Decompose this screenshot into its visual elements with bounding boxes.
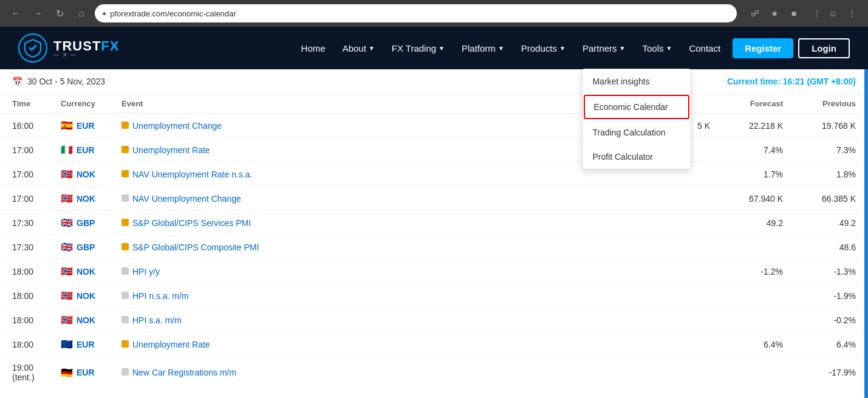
- nav-item-about: About ▼: [335, 38, 382, 58]
- currency-code-1: EUR: [77, 145, 95, 155]
- cell-forecast-4: 49.2: [710, 218, 783, 228]
- th-time: Time: [12, 99, 61, 108]
- flag-0: 🇪🇸: [61, 120, 73, 131]
- nav-link-tools[interactable]: Tools ▼: [635, 38, 680, 58]
- currency-code-4: GBP: [77, 218, 95, 228]
- address-bar[interactable]: ● pforextrade.com/economic-calendar: [95, 4, 737, 22]
- flag-7: 🇳🇴: [61, 290, 73, 301]
- cell-event-0[interactable]: Unemployment Change: [121, 121, 649, 131]
- tools-caret: ▼: [666, 45, 672, 52]
- impact-dot-2: [121, 170, 129, 177]
- currency-code-2: NOK: [77, 170, 95, 179]
- nav-link-partners[interactable]: Partners ▼: [575, 38, 633, 58]
- cell-currency-0: 🇪🇸 EUR: [61, 120, 121, 131]
- cell-currency-8: 🇳🇴 NOK: [61, 314, 121, 326]
- flag-8: 🇳🇴: [61, 314, 73, 326]
- dropdown-item-economic-calendar[interactable]: Economic Calendar: [584, 95, 689, 119]
- cell-forecast-2: 1.7%: [710, 170, 783, 179]
- cell-forecast-3: 67.940 K: [710, 194, 783, 204]
- currency-code-9: EUR: [77, 340, 95, 349]
- login-button[interactable]: Login: [798, 38, 850, 58]
- date-bar: 📅 30 Oct - 5 Nov, 2023 Current time: 16:…: [0, 69, 868, 94]
- back-button[interactable]: ←: [7, 5, 24, 22]
- cell-event-9[interactable]: Unemployment Rate: [121, 340, 649, 349]
- impact-dot-6: [121, 267, 129, 275]
- cell-time-7: 18:00: [12, 291, 61, 301]
- scroll-container[interactable]: 16:00 🇪🇸 EUR Unemployment Change 5 K 22.…: [0, 114, 868, 386]
- cell-currency-4: 🇬🇧 GBP: [61, 217, 121, 228]
- table-row: 18:00 🇳🇴 NOK HPI y/y -1.2% -1.3%: [0, 259, 868, 284]
- dropdown-item-trading-calculation[interactable]: Trading Calculation: [583, 120, 691, 145]
- nav-link-fxtrading[interactable]: FX Trading ▼: [384, 38, 452, 58]
- cell-event-7[interactable]: HPI n.s.a. m/m: [121, 291, 649, 301]
- nav-menu: Home About ▼ FX Trading ▼ Platform ▼ Pro…: [294, 38, 728, 58]
- cell-previous-3: 66.385 K: [783, 194, 856, 204]
- cell-event-10[interactable]: New Car Registrations m/m: [121, 368, 649, 377]
- cell-previous-7: -1.9%: [783, 291, 856, 301]
- dropdown-item-market-insights[interactable]: Market insights: [583, 69, 691, 94]
- th-previous: Previous: [783, 99, 856, 108]
- cell-previous-4: 49.2: [783, 218, 856, 228]
- nav-link-about[interactable]: About ▼: [335, 38, 382, 58]
- current-time-label: Current time:: [727, 77, 781, 86]
- logo-icon: [18, 33, 47, 63]
- translate-button[interactable]: ☍: [747, 5, 764, 22]
- nav-item-fxtrading: FX Trading ▼: [384, 38, 452, 58]
- extensions-button[interactable]: ■: [785, 5, 802, 22]
- cell-event-3[interactable]: NAV Unemployment Change: [121, 194, 649, 204]
- impact-dot-10: [121, 368, 129, 376]
- cell-time-10: 19:00 (tent.): [12, 363, 61, 382]
- cell-time-0: 16:00: [12, 121, 61, 131]
- forward-button[interactable]: →: [29, 5, 46, 22]
- cell-event-2[interactable]: NAV Unemployment Rate n.s.a.: [121, 170, 649, 179]
- table-row: 17:00 🇳🇴 NOK NAV Unemployment Change 67.…: [0, 187, 868, 211]
- register-button[interactable]: Register: [733, 38, 793, 58]
- cell-time-9: 18:00: [12, 340, 61, 349]
- content-area: 📅 30 Oct - 5 Nov, 2023 Current time: 16:…: [0, 69, 868, 386]
- dropdown-item-profit-calculator[interactable]: Profit Calculator: [583, 145, 691, 169]
- cell-time-1: 17:00: [12, 145, 61, 155]
- flag-2: 🇳🇴: [61, 168, 73, 180]
- nav-link-contact[interactable]: Contact: [682, 38, 728, 58]
- cell-time-2: 17:00: [12, 170, 61, 179]
- cell-event-6[interactable]: HPI y/y: [121, 267, 649, 276]
- cell-currency-3: 🇳🇴 NOK: [61, 193, 121, 204]
- cell-previous-5: 48.6: [783, 242, 856, 252]
- split-view-button[interactable]: ⎹: [805, 5, 822, 22]
- reload-button[interactable]: ↻: [51, 5, 68, 22]
- cell-time-6: 18:00: [12, 267, 61, 276]
- cell-event-1[interactable]: Unemployment Rate: [121, 145, 649, 155]
- tools-dropdown: Market insights Economic Calendar Tradin…: [582, 69, 691, 170]
- logo-area: TRUSTFX — X —: [18, 33, 119, 63]
- table-row: 17:30 🇬🇧 GBP S&P Global/CIPS Services PM…: [0, 211, 868, 235]
- products-caret: ▼: [559, 45, 566, 52]
- menu-button[interactable]: ⋮: [844, 5, 861, 22]
- current-time-value: 16:21 (GMT +8:00): [783, 77, 856, 86]
- profile-button[interactable]: ☺: [824, 5, 841, 22]
- cell-previous-10: -17.9%: [783, 368, 856, 377]
- scroll-accent: [864, 27, 868, 386]
- table-row: 16:00 🇪🇸 EUR Unemployment Change 5 K 22.…: [0, 114, 868, 138]
- th-currency: Currency: [61, 99, 121, 108]
- currency-code-5: GBP: [77, 242, 95, 252]
- home-button[interactable]: ⌂: [73, 5, 90, 22]
- table-row: 17:00 🇮🇹 EUR Unemployment Rate 7.4% 7.3%: [0, 138, 868, 162]
- nav-item-products: Products ▼: [514, 38, 573, 58]
- cell-event-4[interactable]: S&P Global/CIPS Services PMI: [121, 218, 649, 228]
- table-row: 17:00 🇳🇴 NOK NAV Unemployment Rate n.s.a…: [0, 162, 868, 187]
- cell-event-8[interactable]: HPI s.a. m/m: [121, 315, 649, 325]
- table-row: 19:00 (tent.) 🇩🇪 EUR New Car Registratio…: [0, 357, 868, 386]
- cell-time-8: 18:00: [12, 315, 61, 325]
- table-row: 18:00 🇪🇺 EUR Unemployment Rate 6.4% 6.4%: [0, 332, 868, 357]
- nav-link-home[interactable]: Home: [294, 38, 333, 58]
- cell-currency-5: 🇬🇧 GBP: [61, 241, 121, 253]
- th-event: Event: [121, 99, 649, 108]
- flag-10: 🇩🇪: [61, 367, 73, 379]
- nav-link-platform[interactable]: Platform ▼: [454, 38, 511, 58]
- nav-link-products[interactable]: Products ▼: [514, 38, 573, 58]
- bookmark-button[interactable]: ★: [766, 5, 783, 22]
- cell-event-5[interactable]: S&P Global/CIPS Composite PMI: [121, 242, 649, 252]
- flag-6: 🇳🇴: [61, 266, 73, 277]
- flag-9: 🇪🇺: [61, 338, 73, 350]
- currency-code-3: NOK: [77, 194, 95, 204]
